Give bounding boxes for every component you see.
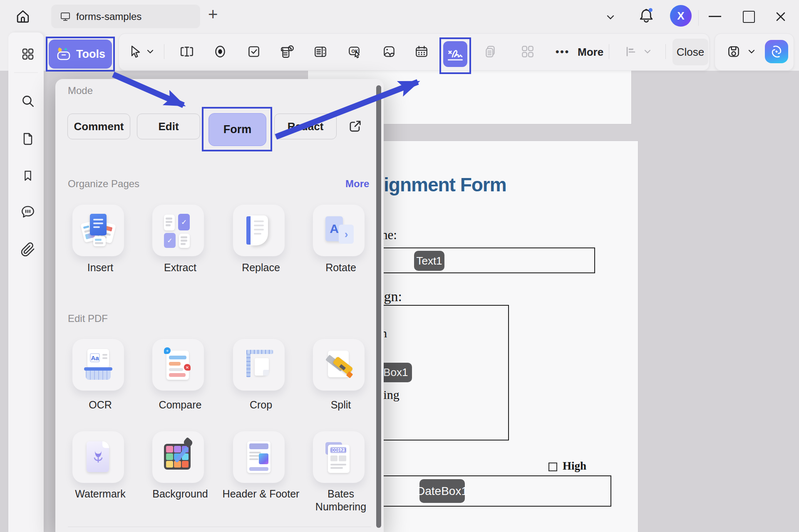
background-label: Background — [141, 487, 220, 500]
compare-illustration: + ✕ — [161, 347, 196, 382]
edit-pdf-title: Edit PDF — [68, 313, 108, 324]
chevron-down-icon — [643, 47, 652, 56]
alignment-button[interactable] — [623, 43, 640, 60]
duplicate-icon — [482, 44, 498, 59]
home-button[interactable] — [14, 7, 32, 25]
bell-icon — [637, 6, 656, 27]
replace-tool[interactable] — [233, 205, 285, 256]
alignment-icon — [624, 44, 639, 59]
tools-button[interactable]: Tools — [49, 40, 112, 69]
signature-highlight-box — [439, 37, 471, 74]
maximize-button[interactable] — [743, 11, 755, 23]
tools-panel: Mode Comment Edit Form Redact Organize P… — [55, 79, 384, 532]
header-footer-illustration — [241, 440, 276, 475]
sidebar-item-comments[interactable] — [20, 203, 36, 220]
sidebar-item-attachments[interactable] — [20, 241, 36, 258]
toolbar-separator — [665, 44, 666, 59]
list-box-field-button[interactable] — [312, 43, 329, 60]
compare-tool[interactable]: + ✕ — [152, 339, 204, 391]
more-tools-label[interactable]: More — [578, 46, 603, 59]
extract-tool[interactable]: ✓ ✓ — [152, 205, 204, 256]
document-tab[interactable]: forms-samples — [51, 5, 200, 28]
insert-label: Insert — [61, 261, 140, 274]
watermark-tool[interactable] — [72, 431, 124, 483]
bates-numbering-tool[interactable]: 000123 — [313, 431, 365, 483]
radio-button-field-button[interactable] — [212, 43, 228, 60]
extract-illustration: ✓ ✓ — [161, 213, 196, 248]
cursor-icon — [127, 44, 142, 59]
minimize-button[interactable] — [709, 16, 721, 17]
sidebar-item-pages[interactable] — [20, 130, 36, 146]
mode-comment-button[interactable]: Comment — [67, 114, 130, 139]
notifications-button[interactable] — [637, 6, 656, 27]
combo-box-field-button[interactable] — [279, 43, 295, 60]
header-footer-tool[interactable] — [233, 431, 285, 483]
checkbox-icon — [246, 44, 262, 59]
rotate-label: Rotate — [301, 261, 380, 274]
mode-redact-button[interactable]: Redact — [274, 114, 337, 139]
date-field-badge: DateBox1 — [419, 479, 465, 503]
toolbar-separator — [164, 44, 164, 59]
push-button-field-button[interactable]: OK — [346, 43, 363, 60]
form-title: ignment Form — [384, 173, 506, 196]
list-box-icon — [313, 44, 328, 59]
close-window-button[interactable] — [774, 10, 787, 23]
tulip-glyph — [92, 449, 105, 465]
image-field-icon — [381, 44, 397, 59]
text-field-button[interactable] — [179, 43, 195, 60]
calendar-icon — [414, 44, 429, 59]
paperclip-icon — [20, 242, 35, 257]
split-tool[interactable] — [313, 339, 365, 391]
chevron-down-icon — [747, 47, 756, 56]
insert-tool[interactable] — [72, 205, 124, 256]
avatar[interactable]: X — [670, 5, 692, 27]
save-button[interactable] — [725, 43, 742, 60]
panel-scrollbar[interactable] — [376, 85, 381, 528]
extract-label: Extract — [141, 261, 220, 274]
sidebar-item-bookmarks[interactable] — [20, 167, 36, 184]
arrange-grid-icon — [520, 44, 536, 59]
alignment-chevron[interactable] — [642, 43, 653, 60]
ocr-tool[interactable]: Aa — [72, 339, 124, 391]
mode-edit-button[interactable]: Edit — [137, 114, 200, 139]
notification-dot — [649, 8, 653, 12]
new-tab-button[interactable]: + — [208, 5, 218, 24]
select-tool-button[interactable] — [126, 43, 143, 60]
compare-label: Compare — [141, 398, 220, 411]
sidebar-item-panels[interactable] — [20, 46, 36, 62]
more-tools-dots[interactable]: ••• — [550, 43, 575, 60]
left-sidebar — [8, 32, 44, 532]
external-link-icon — [347, 118, 363, 135]
rotate-tool[interactable]: A › — [313, 205, 365, 256]
mode-form-button[interactable]: Form — [208, 113, 266, 146]
crop-tool[interactable] — [233, 339, 285, 391]
rotate-illustration: A › — [321, 213, 356, 248]
header-footer-label: Header & Footer — [221, 487, 300, 500]
high-checkbox[interactable] — [548, 463, 557, 471]
ai-assistant-button[interactable] — [765, 40, 788, 63]
crop-illustration — [241, 347, 276, 382]
titlebar-chevron-down-icon[interactable] — [604, 11, 617, 23]
date-field-button[interactable] — [413, 43, 430, 60]
title-bar: forms-samples + X — [0, 0, 799, 32]
toolbox-icon — [55, 47, 72, 62]
tab-title: forms-samples — [76, 11, 141, 22]
sidebar-item-search[interactable] — [20, 93, 36, 109]
arrange-fields-button[interactable] — [519, 43, 536, 60]
save-options-chevron[interactable] — [746, 43, 757, 60]
background-tool[interactable] — [152, 431, 204, 483]
ai-swirl-icon — [767, 42, 786, 61]
bookmark-icon — [21, 168, 35, 183]
open-mode-external-button[interactable] — [347, 118, 363, 135]
select-tool-chevron[interactable] — [145, 43, 156, 60]
bates-illustration: 000123 — [321, 440, 356, 475]
close-form-mode-button[interactable]: Close — [672, 39, 708, 65]
checkbox-field-button[interactable] — [246, 43, 262, 60]
text-field-badge: Text1 — [414, 251, 444, 271]
chevron-down-icon — [146, 47, 155, 56]
avatar-initial: X — [677, 10, 684, 22]
tools-button-label: Tools — [76, 48, 105, 61]
duplicate-fields-button[interactable] — [482, 43, 499, 60]
image-field-button[interactable] — [381, 43, 397, 60]
organize-more-link[interactable]: More — [345, 178, 369, 190]
